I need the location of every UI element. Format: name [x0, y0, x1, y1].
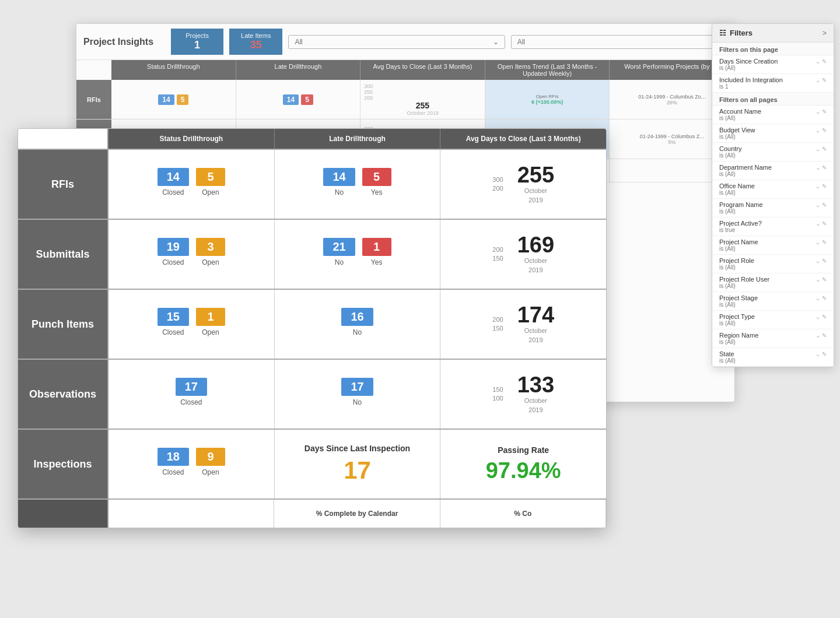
filter-region-name[interactable]: Region Name⌄✎ is (All) — [712, 329, 834, 348]
submittals-open-badge: 3 Open — [196, 238, 225, 266]
filter-days-since-creation[interactable]: Days Since Creation ⌄✎ is (All) — [712, 55, 834, 74]
row-label-rfis: RFIs — [18, 150, 108, 219]
row-label-punch-items: Punch Items — [18, 290, 108, 359]
col-header-avg: Avg Days to Close (Last 3 Months) — [440, 129, 606, 149]
bg-title: Project Insights — [83, 37, 153, 47]
punch-items-late-no-badge: 16 No — [341, 308, 373, 336]
rfis-late-cell: 14 No 5 Yes — [275, 150, 441, 219]
row-inspections: Inspections 18 Closed 9 Open Days Since … — [18, 429, 606, 498]
filters-header: ☷ Filters > — [712, 24, 834, 43]
punch-items-open-badge: 1 Open — [196, 308, 225, 336]
filter-budget-view[interactable]: Budget View⌄✎ is (All) — [712, 124, 834, 143]
bg-row-rfis: RFIs 14 5 14 5 300255200 255 October 201… — [76, 80, 734, 120]
bg-project-dropdown[interactable]: All⌄ — [288, 35, 505, 49]
filter-account-name[interactable]: Account Name⌄✎ is (All) — [712, 106, 834, 124]
row-rfis: RFIs 14 Closed 5 Open 14 No 5 — [18, 149, 606, 219]
bg-kpi-projects: Projects 1 — [171, 29, 223, 55]
col-header-status: Status Drillthrough — [108, 129, 275, 149]
bottom-spacer — [18, 500, 108, 528]
punch-items-avg-cell: 200 150 174 October 2019 — [440, 290, 606, 359]
rfis-late-no-badge: 14 No — [323, 168, 355, 196]
inspections-closed-badge: 18 Closed — [158, 448, 189, 476]
rfis-late-yes-badge: 5 Yes — [362, 168, 391, 196]
inspections-days-cell: Days Since Last Inspection 17 — [275, 430, 441, 498]
punch-items-late-cell: 16 No — [275, 290, 441, 359]
row-submittals: Submittals 19 Closed 3 Open 21 No — [18, 219, 606, 289]
filter-department-name[interactable]: Department Name⌄✎ is (All) — [712, 161, 834, 180]
bottom-cell-1 — [108, 500, 274, 528]
main-dashboard: Status Drillthrough Late Drillthrough Av… — [18, 128, 607, 528]
submittals-late-yes-badge: 1 Yes — [362, 238, 391, 266]
filter-country[interactable]: Country⌄✎ is (All) — [712, 143, 834, 161]
filter-project-name[interactable]: Project Name⌄✎ is (All) — [712, 236, 834, 255]
filters-chevron-icon[interactable]: > — [822, 29, 827, 37]
filters-section-all-label: Filters on all pages — [712, 93, 834, 106]
row-label-observations: Observations — [18, 360, 108, 429]
rfis-closed-badge: 14 Closed — [158, 168, 189, 196]
bg-kpi-late-items: Late Items 35 — [229, 29, 282, 55]
bottom-cell-2: % Complete by Calendar — [274, 500, 440, 528]
bg-col-status: Status Drillthrough — [111, 60, 236, 80]
inspections-status-cell: 18 Closed 9 Open — [108, 430, 275, 498]
rfis-open-badge: 5 Open — [196, 168, 225, 196]
col-header-late: Late Drillthrough — [275, 129, 441, 149]
bg-col-avg: Avg Days to Close (Last 3 Months) — [360, 60, 485, 80]
bg-col-trend: Open Items Trend (Last 3 Months - Update… — [485, 60, 610, 80]
bg-col-late: Late Drillthrough — [236, 60, 361, 80]
filters-title: ☷ Filters — [719, 29, 752, 37]
submittals-closed-badge: 19 Closed — [158, 238, 189, 266]
filter-included-integration[interactable]: Included In Integration ⌄✎ is 1 — [712, 74, 834, 93]
main-col-headers: Status Drillthrough Late Drillthrough Av… — [18, 129, 606, 149]
observations-late-no-badge: 17 No — [341, 378, 373, 406]
bottom-partial-row: % Complete by Calendar % Co — [18, 498, 606, 528]
filter-project-active[interactable]: Project Active?⌄✎ is true — [712, 217, 834, 236]
bg-col-headers: Status Drillthrough Late Drillthrough Av… — [76, 60, 734, 80]
observations-late-cell: 17 No — [275, 360, 441, 429]
row-observations: Observations 17 Closed 17 No 150 10 — [18, 359, 606, 429]
inspections-open-badge: 9 Open — [196, 448, 225, 476]
observations-avg-cell: 150 100 133 October 2019 — [440, 360, 606, 429]
filter-project-type[interactable]: Project Type⌄✎ is (All) — [712, 311, 834, 329]
submittals-late-cell: 21 No 1 Yes — [275, 220, 441, 289]
observations-closed-badge: 17 Closed — [176, 378, 207, 406]
rfis-avg-cell: 300 200 255 October 2019 — [440, 150, 606, 219]
filter-office-name[interactable]: Office Name⌄✎ is (All) — [712, 180, 834, 199]
filters-section-page-label: Filters on this page — [712, 43, 834, 55]
row-label-submittals: Submittals — [18, 220, 108, 289]
punch-items-status-cell: 15 Closed 1 Open — [108, 290, 275, 359]
row-label-inspections: Inspections — [18, 430, 108, 498]
inspections-passing-cell: Passing Rate 97.94% — [440, 430, 606, 498]
filter-state[interactable]: State⌄✎ is (All) — [712, 348, 834, 367]
bg-owner-dropdown[interactable]: All⌄ — [511, 35, 727, 49]
filters-panel: ☷ Filters > Filters on this page Days Si… — [712, 23, 834, 367]
filter-project-role-user[interactable]: Project Role User⌄✎ is (All) — [712, 273, 834, 292]
filter-program-name[interactable]: Program Name⌄✎ is (All) — [712, 199, 834, 217]
observations-status-cell: 17 Closed — [108, 360, 275, 429]
rfis-status-cell: 14 Closed 5 Open — [108, 150, 275, 219]
punch-items-closed-badge: 15 Closed — [158, 308, 189, 336]
submittals-status-cell: 19 Closed 3 Open — [108, 220, 275, 289]
submittals-late-no-badge: 21 No — [323, 238, 355, 266]
submittals-avg-cell: 200 150 169 October 2019 — [440, 220, 606, 289]
filter-project-role[interactable]: Project Role⌄✎ is (All) — [712, 255, 834, 273]
row-punch-items: Punch Items 15 Closed 1 Open 16 No — [18, 289, 606, 359]
bottom-cell-3: % Co — [440, 500, 606, 528]
filter-project-stage[interactable]: Project Stage⌄✎ is (All) — [712, 292, 834, 311]
